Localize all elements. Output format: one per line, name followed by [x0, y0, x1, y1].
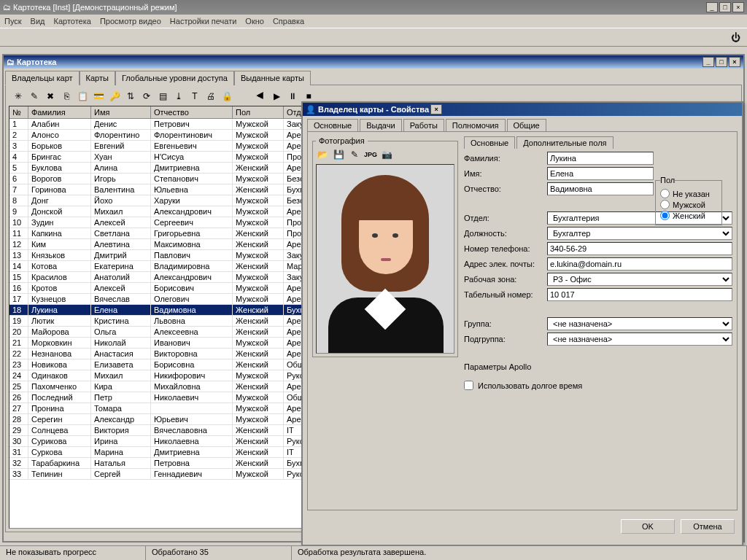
col-sex[interactable]: Пол [233, 106, 284, 119]
card-max-button[interactable]: □ [716, 57, 727, 67]
status-right: Обработка результата завершена. [292, 546, 747, 560]
jpg-icon[interactable]: JPG [364, 148, 377, 161]
power-icon[interactable]: ⏻ [728, 30, 743, 44]
camera-icon[interactable]: 📷 [380, 148, 393, 161]
menu-print[interactable]: Настройки печати [170, 17, 237, 26]
menu-view[interactable]: Вид [31, 17, 45, 26]
label-dept: Отдел: [464, 214, 543, 222]
paste-icon[interactable]: 📋 [76, 90, 89, 103]
folder-icon: 🗂 [7, 58, 15, 66]
checkbox-longtime[interactable] [464, 381, 473, 390]
select-zone[interactable]: РЗ - Офис [547, 273, 732, 286]
menu-video[interactable]: Просмотр видео [100, 17, 161, 26]
edit-photo-icon[interactable]: ✎ [348, 148, 361, 161]
tab-cards[interactable]: Карты [80, 71, 115, 85]
sort-icon[interactable]: ⇅ [124, 90, 137, 103]
dialog-buttons: OK Отмена [303, 515, 742, 538]
cancel-button[interactable]: Отмена [681, 519, 735, 534]
add-icon[interactable]: ✳ [12, 90, 25, 103]
tab-jobs[interactable]: Работы [403, 119, 444, 131]
menu-start[interactable]: Пуск [4, 17, 22, 26]
save-photo-icon[interactable]: 💾 [332, 148, 345, 161]
person-icon: 👤 [306, 105, 316, 114]
photo-panel: Фотография 📂 💾 ✎ JPG 📷 [312, 136, 458, 505]
col-name[interactable]: Имя [91, 106, 151, 119]
label-surname: Фамилия: [464, 154, 543, 163]
play-icon[interactable]: ▶ [270, 90, 283, 103]
photo-fieldset: Фотография 📂 💾 ✎ JPG 📷 [312, 136, 458, 357]
label-patronymic: Отчество: [464, 184, 543, 193]
select-subgroup[interactable]: <не назначена> [547, 332, 732, 346]
columns-icon[interactable]: ▤ [156, 90, 169, 103]
select-job[interactable]: Бухгалтер [547, 227, 732, 240]
delete-icon[interactable]: ✖ [44, 90, 57, 103]
open-photo-icon[interactable]: 📂 [316, 148, 329, 161]
sex-legend: Пол [660, 176, 675, 184]
select-group[interactable]: <не назначена> [547, 317, 732, 330]
card-close-button[interactable]: × [729, 57, 740, 67]
tab-issued[interactable]: Выданные карты [234, 71, 311, 85]
apollo-label: Параметры Apollo [464, 362, 732, 371]
input-tabno[interactable] [547, 288, 732, 301]
dialog-tabs: Основные Выдачи Работы Полномочия Общие [303, 116, 742, 131]
subtab-extra[interactable]: Дополнительные поля [516, 136, 613, 149]
print-icon[interactable]: 🖨 [204, 90, 217, 103]
card-window-title: 🗂 Картотека _ □ × [4, 55, 743, 69]
text-icon[interactable]: T [188, 90, 201, 103]
input-patronymic[interactable] [547, 182, 654, 195]
status-bar: Не показывать прогресс Обработано 35 Обр… [0, 545, 747, 560]
edit-icon[interactable]: ✎ [28, 90, 41, 103]
tab-common[interactable]: Общие [507, 119, 546, 131]
prev-icon[interactable]: ⯇ [254, 90, 267, 103]
lock-icon[interactable]: 🔒 [220, 90, 233, 103]
maximize-button[interactable]: □ [719, 2, 731, 12]
status-mid: Обработано 35 [146, 546, 292, 560]
input-email[interactable] [547, 257, 732, 271]
menu-card[interactable]: Картотека [54, 17, 91, 26]
input-surname[interactable] [547, 152, 654, 165]
col-number[interactable]: № [9, 106, 28, 119]
app-titlebar: 🗂 Картотека [Inst] [Демонстрационный реж… [0, 0, 747, 15]
label-subgroup: Подгруппа: [464, 335, 543, 343]
app-toolbar: ⏻ [0, 28, 747, 47]
input-phone[interactable] [547, 242, 732, 255]
refresh-icon[interactable]: ⟳ [140, 90, 153, 103]
photo-legend: Фотография [316, 136, 368, 145]
input-name[interactable] [547, 167, 654, 180]
app-title: Картотека [Inst] [Демонстрационный режим… [13, 3, 177, 12]
label-job: Должность: [464, 229, 543, 238]
tab-issues[interactable]: Выдачи [360, 119, 401, 131]
close-button[interactable]: × [732, 2, 744, 12]
minimize-button[interactable]: _ [706, 2, 718, 12]
keys-icon[interactable]: 🔑 [108, 90, 121, 103]
subtab-main[interactable]: Основные [464, 136, 515, 149]
pause-icon[interactable]: ⏸ [286, 90, 299, 103]
export-icon[interactable]: ⤓ [172, 90, 185, 103]
tab-owners[interactable]: Владельцы карт [5, 71, 80, 85]
dialog-close-button[interactable]: × [430, 104, 442, 114]
radio-none[interactable] [660, 189, 670, 198]
col-surname[interactable]: Фамилия [28, 106, 91, 119]
card-icon[interactable]: 💳 [92, 90, 105, 103]
tab-main[interactable]: Основные [307, 119, 358, 131]
label-group: Группа: [464, 319, 543, 328]
label-longtime: Использовать долгое время [478, 381, 582, 390]
owner-properties-dialog: 👤 Владелец карты - Свойства × Основные В… [301, 101, 743, 546]
copy-icon[interactable]: ⎘ [60, 90, 73, 103]
dialog-title: Владелец карты - Свойства [318, 105, 429, 114]
subtabs: Основные Дополнительные поля [464, 136, 732, 149]
menubar: Пуск Вид Картотека Просмотр видео Настро… [0, 15, 747, 28]
card-window-label: Картотека [17, 58, 56, 66]
dialog-body: Фотография 📂 💾 ✎ JPG 📷 [307, 131, 738, 510]
col-patronymic[interactable]: Отчество [151, 106, 233, 119]
radio-female[interactable] [660, 211, 670, 220]
ok-button[interactable]: OK [621, 519, 675, 534]
radio-male[interactable] [660, 200, 670, 209]
sex-fieldset: Пол Не указан Мужской Женский [655, 176, 722, 225]
card-min-button[interactable]: _ [703, 57, 714, 67]
tab-access[interactable]: Глобальные уровни доступа [115, 71, 234, 85]
menu-window[interactable]: Окно [245, 17, 264, 26]
tab-auth[interactable]: Полномочия [446, 119, 506, 131]
main-tabs: Владельцы карт Карты Глобальные уровни д… [4, 69, 743, 85]
menu-help[interactable]: Справка [273, 17, 304, 26]
